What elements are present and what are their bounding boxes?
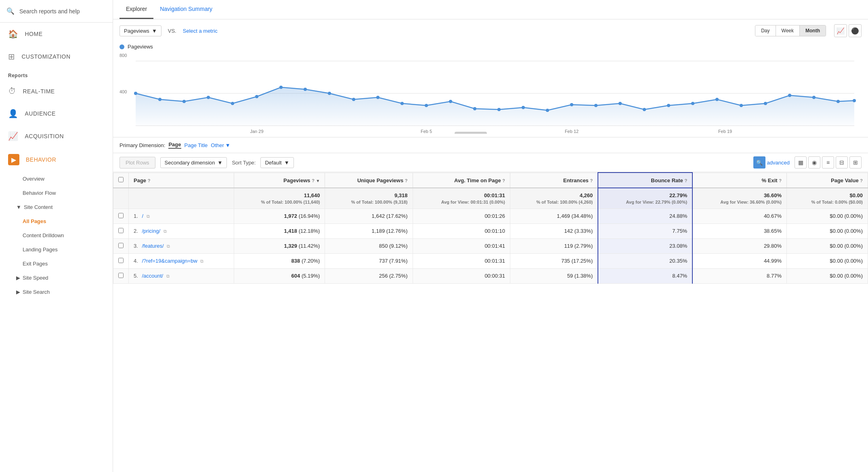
avg-time-header-label: Avg. Time on Page xyxy=(454,177,501,183)
unique-header-label: Unique Pageviews xyxy=(357,177,403,183)
line-chart-svg: Jan 29 Feb 5 Feb 12 Feb 19 xyxy=(120,53,862,134)
sidebar-item-behavior-flow[interactable]: Behavior Flow xyxy=(0,186,113,200)
exit-help-icon[interactable]: ? xyxy=(779,178,782,183)
week-button[interactable]: Week xyxy=(776,25,800,36)
copy-icon-0[interactable]: ⧉ xyxy=(147,214,150,219)
x-label-feb5: Feb 5 xyxy=(421,129,432,134)
sidebar-item-home[interactable]: 🏠 HOME xyxy=(0,23,113,45)
sidebar-item-realtime[interactable]: ⏱ REAL-TIME xyxy=(0,80,113,102)
audience-label: AUDIENCE xyxy=(25,110,56,117)
sidebar-item-overview[interactable]: Overview xyxy=(0,172,113,186)
advanced-link[interactable]: advanced xyxy=(767,160,790,166)
table-row: 1. / ⧉ 1,972 (16.94%) 1,642 (17.62%) 00:… xyxy=(113,209,868,223)
line-chart-icon[interactable]: 📈 xyxy=(834,24,847,37)
exit-header-label: % Exit xyxy=(762,177,778,183)
dim-page-link[interactable]: Page xyxy=(168,141,181,149)
performance-icon[interactable]: ≡ xyxy=(822,156,834,169)
page-link-4[interactable]: /account/ xyxy=(142,273,163,279)
audience-icon: 👤 xyxy=(8,109,19,118)
row-checkbox-cell-0[interactable] xyxy=(113,209,129,223)
sidebar-item-all-pages[interactable]: All Pages xyxy=(0,214,113,228)
page-value-help-icon[interactable]: ? xyxy=(860,178,863,183)
totals-avg-time-sub: Avg for View: 00:01:31 (0.00%) xyxy=(418,200,505,204)
secondary-dimension-dropdown[interactable]: Secondary dimension ▼ xyxy=(160,157,227,168)
pageviews-help-icon[interactable]: ? xyxy=(312,178,314,183)
table-search-button[interactable]: 🔍 xyxy=(753,156,765,169)
plot-rows-button: Plot Rows xyxy=(120,157,155,169)
row-checkbox-4[interactable] xyxy=(118,273,124,278)
pie-chart-icon[interactable]: ◉ xyxy=(808,156,820,169)
select-metric-link[interactable]: Select a metric xyxy=(183,28,218,34)
home-icon: 🏠 xyxy=(8,29,19,39)
bounce-help-icon[interactable]: ? xyxy=(684,178,687,183)
dim-other-dropdown[interactable]: Other ▼ xyxy=(211,142,230,148)
sidebar-item-site-content-expand[interactable]: ▼ Site Content xyxy=(0,200,113,214)
sidebar-item-site-search-expand[interactable]: ▶ Site Search xyxy=(0,285,113,299)
pivot-icon[interactable]: ⊞ xyxy=(849,156,862,169)
page-help-icon[interactable]: ? xyxy=(148,178,151,183)
row-num-0: 1. xyxy=(134,213,138,219)
tab-nav-summary[interactable]: Navigation Summary xyxy=(153,0,219,19)
chart-dot xyxy=(853,99,856,102)
chart-dot xyxy=(812,96,816,99)
page-link-3[interactable]: /?ref=19&campaign=bw xyxy=(142,258,197,264)
tab-explorer[interactable]: Explorer xyxy=(120,0,153,19)
row-checkbox-cell-2[interactable] xyxy=(113,238,129,253)
main-content: Explorer Navigation Summary Pageviews ▼ … xyxy=(113,0,868,472)
chart-dot xyxy=(837,100,840,103)
copy-icon-2[interactable]: ⧉ xyxy=(167,244,170,249)
expand-icon: ▼ xyxy=(16,204,21,210)
row-checkbox-3[interactable] xyxy=(118,258,124,263)
row-checkbox-cell-3[interactable] xyxy=(113,253,129,268)
page-link-1[interactable]: /pricing/ xyxy=(142,228,160,234)
totals-page-cell xyxy=(129,188,234,209)
metric-dropdown[interactable]: Pageviews ▼ xyxy=(120,25,161,36)
page-link-2[interactable]: /features/ xyxy=(142,243,164,249)
sidebar-item-customization[interactable]: ⊞ CUSTOMIZATION xyxy=(0,45,113,68)
row-bounce-3: 20.35% xyxy=(598,253,692,268)
copy-icon-3[interactable]: ⧉ xyxy=(200,259,203,263)
sidebar-item-landing-pages[interactable]: Landing Pages xyxy=(0,242,113,257)
table-row: 4. /?ref=19&campaign=bw ⧉ 838 (7.20%) 73… xyxy=(113,253,868,268)
row-entrances-1: 142 (3.33%) xyxy=(510,223,598,238)
day-button[interactable]: Day xyxy=(755,25,776,36)
month-button[interactable]: Month xyxy=(800,25,826,36)
sidebar-item-site-speed-expand[interactable]: ▶ Site Speed xyxy=(0,271,113,285)
dim-page-title-link[interactable]: Page Title xyxy=(185,142,208,148)
home-label: HOME xyxy=(25,31,43,37)
unique-help-icon[interactable]: ? xyxy=(405,178,408,183)
select-all-checkbox-header[interactable] xyxy=(113,173,129,188)
sidebar: 🔍 Search reports and help 🏠 HOME ⊞ CUSTO… xyxy=(0,0,113,472)
page-header-label: Page xyxy=(134,177,146,183)
sidebar-item-content-drilldown[interactable]: Content Drilldown xyxy=(0,228,113,242)
select-all-checkbox[interactable] xyxy=(118,177,124,182)
row-checkbox-cell-1[interactable] xyxy=(113,223,129,238)
avg-time-help-icon[interactable]: ? xyxy=(502,178,505,183)
row-checkbox-2[interactable] xyxy=(118,243,124,248)
row-checkbox-cell-4[interactable] xyxy=(113,268,129,283)
chart-dot xyxy=(473,107,476,110)
copy-icon-4[interactable]: ⧉ xyxy=(166,274,170,278)
chart-dot xyxy=(158,98,161,101)
search-bar[interactable]: 🔍 Search reports and help xyxy=(0,0,113,23)
totals-page-value: $0.00 % of Total: 0.00% ($0.00) xyxy=(786,188,868,209)
comparison-icon[interactable]: ⊟ xyxy=(836,156,848,169)
scatter-chart-icon[interactable]: ⚫ xyxy=(849,24,862,37)
scroll-indicator[interactable] xyxy=(455,132,487,134)
row-avg-time-3: 00:01:31 xyxy=(413,253,510,268)
sidebar-item-acquisition[interactable]: 📈 ACQUISITION xyxy=(0,125,113,148)
row-checkbox-1[interactable] xyxy=(118,228,124,233)
row-page-value-3: $0.00 (0.00%) xyxy=(786,253,868,268)
data-table-icon[interactable]: ▦ xyxy=(795,156,807,169)
entrances-help-icon[interactable]: ? xyxy=(590,178,593,183)
totals-bounce: 22.79% Avg for View: 22.79% (0.00%) xyxy=(598,188,692,209)
other-chevron-icon: ▼ xyxy=(225,142,231,148)
sort-type-dropdown[interactable]: Default ▼ xyxy=(260,157,294,168)
sidebar-item-behavior[interactable]: ▶ BEHAVIOR xyxy=(0,148,113,172)
totals-unique: 9,318 % of Total: 100.00% (9,318) xyxy=(325,188,413,209)
page-link-0[interactable]: / xyxy=(142,213,143,219)
row-checkbox-0[interactable] xyxy=(118,213,124,218)
sidebar-item-audience[interactable]: 👤 AUDIENCE xyxy=(0,102,113,125)
sidebar-item-exit-pages[interactable]: Exit Pages xyxy=(0,257,113,271)
copy-icon-1[interactable]: ⧉ xyxy=(164,229,167,234)
